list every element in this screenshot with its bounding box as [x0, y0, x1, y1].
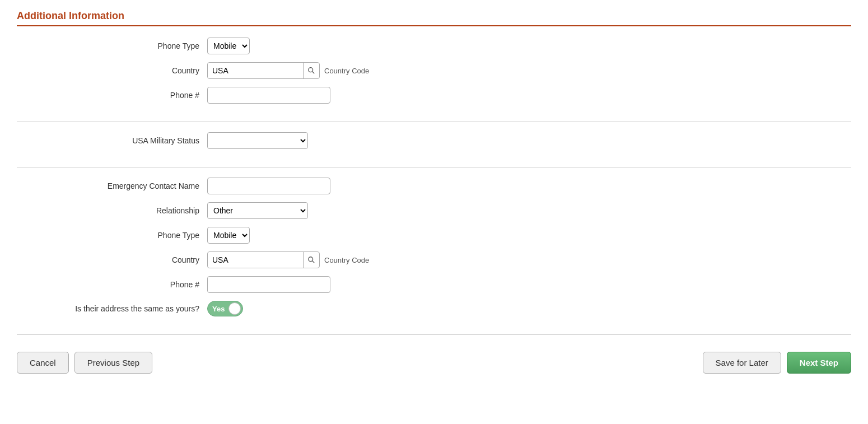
emergency-contact-name-row: Emergency Contact Name	[17, 178, 851, 194]
emergency-contact-name-label: Emergency Contact Name	[17, 181, 207, 190]
emergency-country-control: Country Code	[207, 251, 369, 268]
footer-right: Save for Later Next Step	[703, 352, 851, 374]
previous-step-button[interactable]: Previous Step	[74, 352, 152, 374]
same-address-label: Is their address the same as yours?	[17, 304, 207, 313]
emergency-phone-number-row: Phone #	[17, 276, 851, 293]
military-section: USA Military Status Active Duty Reserve …	[17, 132, 851, 167]
country-label: Country	[17, 66, 207, 75]
emergency-phone-type-label: Phone Type	[17, 231, 207, 240]
svg-point-0	[309, 68, 313, 72]
page-title: Additional Information	[17, 10, 851, 26]
same-address-toggle[interactable]: Yes	[207, 301, 243, 316]
emergency-contact-name-control	[207, 178, 330, 194]
emergency-country-row: Country Country Code	[17, 251, 851, 268]
relationship-label: Relationship	[17, 206, 207, 215]
relationship-select[interactable]: Other Spouse Parent Sibling Child Friend	[207, 202, 308, 219]
phone-number-label: Phone #	[17, 91, 207, 100]
svg-line-1	[312, 72, 315, 74]
phone-number-control	[207, 87, 330, 104]
country-row: Country Country Code	[17, 62, 851, 79]
emergency-phone-number-input[interactable]	[207, 276, 330, 293]
emergency-country-input-wrap	[207, 251, 320, 268]
country-code-label: Country Code	[324, 67, 369, 75]
relationship-row: Relationship Other Spouse Parent Sibling…	[17, 202, 851, 219]
emergency-country-input[interactable]	[208, 252, 303, 268]
phone-type-select[interactable]: Mobile Home Work Other	[207, 38, 250, 54]
emergency-country-code-label: Country Code	[324, 256, 369, 264]
phone-section: Phone Type Mobile Home Work Other Countr…	[17, 38, 851, 122]
emergency-phone-type-row: Phone Type Mobile Home Work Other	[17, 227, 851, 244]
phone-number-row: Phone #	[17, 87, 851, 104]
emergency-phone-number-label: Phone #	[17, 280, 207, 289]
footer-bar: Cancel Previous Step Save for Later Next…	[17, 352, 851, 374]
emergency-phone-type-control: Mobile Home Work Other	[207, 227, 250, 244]
cancel-button[interactable]: Cancel	[17, 352, 69, 374]
same-address-row: Is their address the same as yours? Yes	[17, 301, 851, 316]
emergency-contact-section: Emergency Contact Name Relationship Othe…	[17, 178, 851, 335]
country-input[interactable]	[208, 63, 303, 78]
country-search-button[interactable]	[303, 63, 319, 78]
emergency-phone-type-select[interactable]: Mobile Home Work Other	[207, 227, 250, 244]
emergency-country-label: Country	[17, 255, 207, 264]
save-for-later-button[interactable]: Save for Later	[703, 352, 781, 374]
military-status-select[interactable]: Active Duty Reserve Veteran None	[207, 132, 308, 149]
military-status-label: USA Military Status	[17, 136, 207, 145]
emergency-contact-name-input[interactable]	[207, 178, 330, 194]
phone-number-input[interactable]	[207, 87, 330, 104]
toggle-yes-label: Yes	[208, 305, 225, 313]
country-control: Country Code	[207, 62, 369, 79]
page-container: Additional Information Phone Type Mobile…	[0, 0, 868, 390]
military-status-row: USA Military Status Active Duty Reserve …	[17, 132, 851, 149]
toggle-knob	[228, 302, 241, 315]
phone-type-row: Phone Type Mobile Home Work Other	[17, 38, 851, 54]
military-status-control: Active Duty Reserve Veteran None	[207, 132, 308, 149]
same-address-control: Yes	[207, 301, 243, 316]
emergency-country-search-button[interactable]	[303, 252, 319, 268]
relationship-control: Other Spouse Parent Sibling Child Friend	[207, 202, 308, 219]
country-input-wrap	[207, 62, 320, 79]
next-step-button[interactable]: Next Step	[787, 352, 851, 374]
svg-point-2	[309, 257, 313, 262]
emergency-phone-number-control	[207, 276, 330, 293]
phone-type-label: Phone Type	[17, 41, 207, 50]
phone-type-control: Mobile Home Work Other	[207, 38, 250, 54]
search-icon	[307, 67, 315, 74]
footer-left: Cancel Previous Step	[17, 352, 152, 374]
svg-line-3	[312, 261, 315, 263]
emergency-search-icon	[307, 256, 315, 264]
